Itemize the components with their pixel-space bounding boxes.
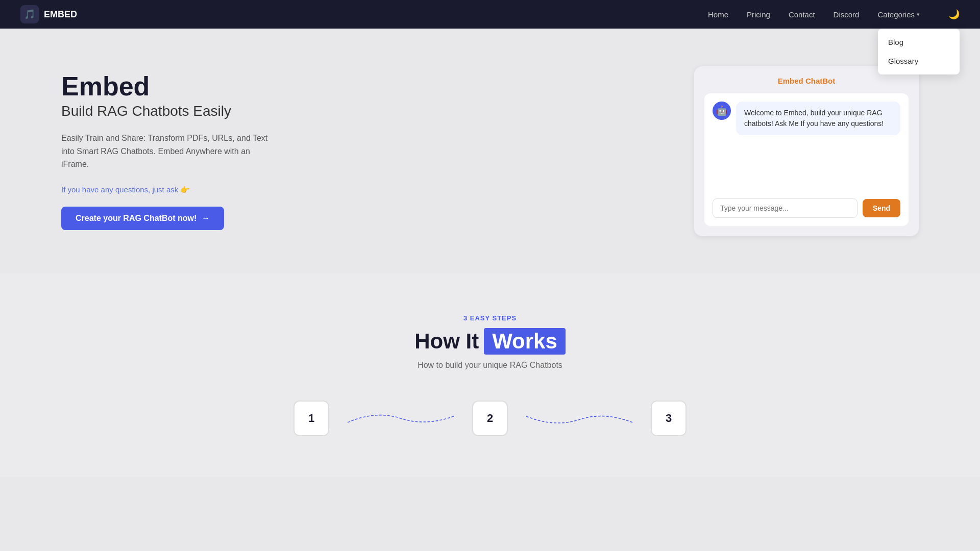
chat-input-row: Send xyxy=(713,198,900,218)
categories-dropdown: Blog Glossary xyxy=(878,29,960,74)
nav-home[interactable]: Home xyxy=(708,10,728,19)
nav-categories[interactable]: Categories ▾ xyxy=(877,10,920,19)
dropdown-blog[interactable]: Blog xyxy=(878,33,960,52)
dropdown-glossary[interactable]: Glossary xyxy=(878,52,960,70)
steps-row: 1 2 3 xyxy=(61,400,919,457)
hero-content: Embed Build RAG Chatbots Easily Easily T… xyxy=(61,72,653,230)
step-connector-1 xyxy=(329,408,472,429)
hero-title: Embed xyxy=(61,72,653,101)
hero-subtitle: Build RAG Chatbots Easily xyxy=(61,103,653,119)
step-3: 3 xyxy=(651,400,687,436)
hero-question: If you have any questions, just ask 👉 xyxy=(61,185,653,194)
steps-description: How to build your unique RAG Chatbots xyxy=(61,361,919,370)
hero-cta-label: Create your RAG ChatBot now! xyxy=(76,214,197,223)
navbar: 🎵 EMBED Home Pricing Contact Discord Cat… xyxy=(0,0,980,29)
nav-categories-label: Categories xyxy=(877,10,915,19)
chat-send-button[interactable]: Send xyxy=(863,199,900,217)
logo[interactable]: 🎵 EMBED xyxy=(20,5,708,23)
hero-section: Embed Build RAG Chatbots Easily Easily T… xyxy=(0,29,980,273)
step-1: 1 xyxy=(293,400,329,436)
hero-cta-button[interactable]: Create your RAG ChatBot now! → xyxy=(61,207,224,230)
hero-description: Easily Train and Share: Transform PDFs, … xyxy=(61,132,276,171)
chatbot-avatar: 🤖 xyxy=(713,102,731,120)
dark-mode-toggle[interactable]: 🌙 xyxy=(948,9,960,20)
step-2: 2 xyxy=(472,400,508,436)
arrow-icon: → xyxy=(202,214,210,223)
nav-contact[interactable]: Contact xyxy=(789,10,815,19)
chat-input[interactable] xyxy=(713,198,857,218)
nav-links: Home Pricing Contact Discord Categories … xyxy=(708,9,960,20)
chat-welcome-text: Welcome to Embed, build your unique RAG … xyxy=(744,109,884,128)
nav-pricing[interactable]: Pricing xyxy=(747,10,770,19)
logo-text: EMBED xyxy=(44,9,77,20)
steps-title-prefix: How It xyxy=(414,329,479,354)
how-it-works-section: 3 EASY STEPS How It Works How to build y… xyxy=(0,273,980,477)
chat-message: 🤖 Welcome to Embed, build your unique RA… xyxy=(713,102,900,135)
steps-title: How It Works xyxy=(61,328,919,355)
chatbot-body: 🤖 Welcome to Embed, build your unique RA… xyxy=(704,93,909,226)
step-connector-2 xyxy=(508,408,651,429)
hero-question-text: If you have any questions, just ask 👉 xyxy=(61,185,190,194)
chevron-down-icon: ▾ xyxy=(917,11,920,18)
logo-icon: 🎵 xyxy=(20,5,39,23)
steps-title-highlight: Works xyxy=(484,328,566,355)
chatbot-header: Embed ChatBot xyxy=(704,77,909,85)
chatbot-widget: Embed ChatBot 🤖 Welcome to Embed, build … xyxy=(694,66,919,236)
nav-discord[interactable]: Discord xyxy=(834,10,860,19)
chat-bubble: Welcome to Embed, build your unique RAG … xyxy=(736,102,900,135)
steps-label: 3 EASY STEPS xyxy=(61,314,919,322)
